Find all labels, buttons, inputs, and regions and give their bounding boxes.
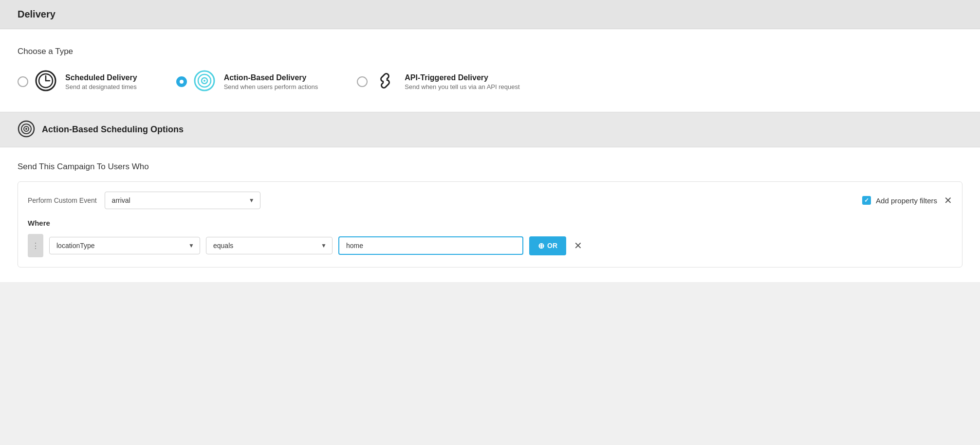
- or-button[interactable]: ⊕ OR: [529, 236, 566, 255]
- clock-icon: [35, 70, 58, 93]
- property-select[interactable]: locationType: [49, 237, 200, 254]
- event-select[interactable]: arrival: [105, 192, 260, 209]
- page-title: Delivery: [18, 9, 962, 20]
- action-based-title: Action-Based Delivery: [224, 73, 318, 82]
- page-wrapper: Delivery Choose a Type Scheduled Del: [0, 0, 980, 445]
- filter-value-input[interactable]: [338, 236, 523, 255]
- property-select-wrapper[interactable]: locationType ▼: [49, 237, 200, 254]
- operator-select[interactable]: equals: [206, 237, 333, 254]
- action-based-radio[interactable]: [176, 76, 187, 87]
- event-select-wrapper[interactable]: arrival ▼: [105, 192, 260, 209]
- api-triggered-delivery-option[interactable]: API-Triggered Delivery Send when you tel…: [357, 70, 519, 93]
- filter-row-close[interactable]: ✕: [574, 240, 582, 251]
- delivery-header: Delivery: [0, 0, 980, 29]
- perform-custom-event-label: Perform Custom Event: [28, 196, 97, 204]
- action-based-delivery-option[interactable]: Action-Based Delivery Send when users pe…: [176, 70, 318, 93]
- svg-point-11: [25, 128, 27, 130]
- api-triggered-radio[interactable]: [357, 76, 368, 87]
- drag-handle[interactable]: ⋮: [28, 234, 43, 257]
- add-property-filters-label: Add property filters: [876, 196, 937, 205]
- scheduled-delivery-option[interactable]: Scheduled Delivery Send at designated ti…: [18, 70, 137, 93]
- action-based-subtitle: Send when users perform actions: [224, 83, 318, 90]
- where-label: Where: [28, 219, 952, 227]
- scheduling-area: Send This Campaign To Users Who Perform …: [0, 147, 980, 282]
- choose-type-area: Choose a Type Scheduled Delivery Send at: [0, 29, 980, 112]
- section-bar-title: Action-Based Scheduling Options: [42, 125, 184, 135]
- send-to-label: Send This Campaign To Users Who: [18, 162, 962, 172]
- api-triggered-title: API-Triggered Delivery: [405, 73, 519, 82]
- link-icon: [374, 70, 398, 93]
- action-based-text: Action-Based Delivery Send when users pe…: [224, 73, 318, 90]
- radio-inner-dot: [180, 80, 184, 84]
- filter-box: Perform Custom Event arrival ▼ Add prope…: [18, 181, 962, 267]
- target-icon: [194, 70, 217, 93]
- add-property-filters-section: Add property filters ✕: [862, 195, 952, 206]
- api-triggered-subtitle: Send when you tell us via an API request: [405, 83, 519, 90]
- filter-row-top: Perform Custom Event arrival ▼ Add prope…: [28, 192, 952, 209]
- plus-circle-icon: ⊕: [538, 241, 544, 250]
- api-triggered-text: API-Triggered Delivery Send when you tel…: [405, 73, 519, 90]
- choose-type-label: Choose a Type: [18, 47, 962, 56]
- perform-event-section: Perform Custom Event arrival ▼: [28, 192, 260, 209]
- or-button-label: OR: [547, 242, 557, 249]
- delivery-options: Scheduled Delivery Send at designated ti…: [18, 70, 962, 93]
- section-bar-target-icon: [18, 120, 35, 139]
- scheduled-title: Scheduled Delivery: [65, 73, 137, 82]
- scheduled-text: Scheduled Delivery Send at designated ti…: [65, 73, 137, 90]
- scheduled-subtitle: Send at designated times: [65, 83, 137, 90]
- operator-select-wrapper[interactable]: equals ▼: [206, 237, 333, 254]
- filter-property-row: ⋮ locationType ▼ equals ▼ ⊕ OR: [28, 234, 952, 257]
- add-property-filters-checkbox[interactable]: [862, 196, 871, 205]
- scheduled-radio[interactable]: [18, 76, 28, 87]
- svg-point-7: [203, 80, 205, 82]
- scheduling-options-bar: Action-Based Scheduling Options: [0, 112, 980, 147]
- add-property-filters-close[interactable]: ✕: [944, 195, 952, 206]
